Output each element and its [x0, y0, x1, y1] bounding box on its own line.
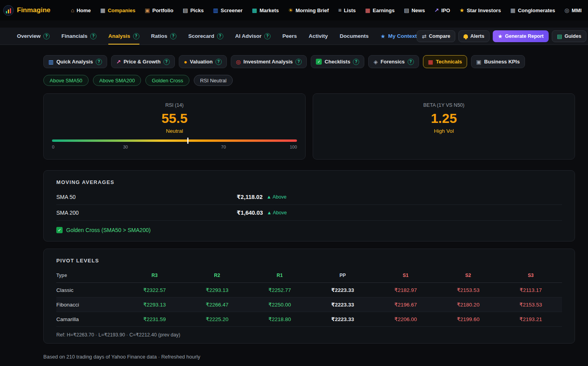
- tab-label: Scorecard: [188, 33, 214, 39]
- nav-item-label: News: [412, 7, 425, 13]
- pivot-header-s2: S2: [437, 268, 499, 283]
- analysis-tab-label: Business KPIs: [484, 59, 519, 65]
- pivot-value: ₹2293.13: [186, 283, 249, 297]
- help-icon[interactable]: ?: [264, 33, 271, 39]
- pivot-value: ₹2223.33: [311, 283, 375, 297]
- nav-item-conglomerates[interactable]: ▦Conglomerates: [510, 7, 555, 13]
- section-tabs: Overview?Financials?Analysis?Ratios?Scor…: [17, 28, 417, 45]
- nav-item-home[interactable]: ⌂Home: [71, 7, 91, 13]
- button-label: Guides: [564, 33, 581, 39]
- compare-button[interactable]: ⇄Compare: [417, 30, 455, 42]
- help-icon[interactable]: ?: [353, 59, 359, 65]
- analysis-tab-quick-analysis[interactable]: ▥Quick Analysis?: [43, 55, 107, 68]
- tab-scorecard[interactable]: Scorecard?: [188, 28, 223, 45]
- tab-label: Analysis: [108, 33, 130, 39]
- nav-item-screener[interactable]: ▥Screener: [213, 7, 243, 13]
- nav-item-markets[interactable]: ▩Markets: [252, 7, 279, 13]
- help-icon[interactable]: ?: [170, 33, 176, 39]
- pivot-value: ₹2182.97: [374, 283, 437, 297]
- help-icon[interactable]: ?: [295, 59, 302, 65]
- help-icon[interactable]: ?: [43, 33, 50, 39]
- tab-my-context[interactable]: ★My Context: [380, 28, 417, 45]
- nav-item-mmi[interactable]: ◎MMI: [564, 7, 582, 13]
- tab-documents[interactable]: Documents: [340, 28, 369, 45]
- moving-averages-card: MOVING AVERAGES SMA 50₹2,118.02▲ AboveSM…: [43, 170, 575, 242]
- nav-item-ipo[interactable]: ↗IPO: [434, 7, 450, 13]
- books-icon: ▤: [557, 33, 562, 39]
- signal-badge-above-sma50: Above SMA50: [43, 75, 89, 86]
- rsi-status: Neutral: [166, 128, 183, 134]
- pivot-header-pp: PP: [311, 268, 375, 283]
- tab-label: Peers: [282, 33, 297, 39]
- analysis-tab-investment-analysis[interactable]: ◎Investment Analysis?: [231, 55, 307, 68]
- quick-analysis-chart-icon: ▥: [48, 59, 54, 65]
- nav-item-label: Home: [76, 7, 91, 13]
- signal-badge-above-sma200: Above SMA200: [93, 75, 141, 86]
- ma-signal: ▲ Above: [267, 210, 287, 216]
- tab-peers[interactable]: Peers: [282, 28, 297, 45]
- brand[interactable]: Finmagine: [3, 5, 53, 16]
- pivot-header-r1: R1: [249, 268, 311, 283]
- nav-item-star-investors[interactable]: ★Star Investors: [460, 7, 501, 13]
- nav-item-morning-brief[interactable]: ☀Morning Brief: [288, 7, 329, 13]
- ma-value-cell: ₹1,640.03▲ Above: [237, 210, 562, 216]
- pivot-value: ₹2113.17: [499, 283, 562, 297]
- candlestick-chart-icon: ▦: [428, 59, 433, 65]
- help-icon[interactable]: ?: [133, 33, 139, 39]
- analysis-tab-label: Forensics: [380, 59, 404, 65]
- nav-item-news[interactable]: ▤News: [404, 7, 425, 13]
- help-icon[interactable]: ?: [163, 59, 170, 65]
- nav-item-portfolio[interactable]: ▣Portfolio: [145, 7, 174, 13]
- pivot-type: Classic: [56, 283, 123, 297]
- analysis-tab-valuation[interactable]: ●Valuation?: [179, 55, 227, 68]
- target-icon: ◎: [236, 59, 241, 65]
- newspaper-icon: ▤: [404, 7, 409, 13]
- nav-item-earnings[interactable]: ▦Earnings: [365, 7, 395, 13]
- tab-activity[interactable]: Activity: [309, 28, 328, 45]
- nav-item-lists[interactable]: ≡Lists: [338, 7, 356, 13]
- help-icon[interactable]: ?: [217, 33, 223, 39]
- pivot-header-r2: R2: [186, 268, 249, 283]
- rsi-title: RSI (14): [165, 102, 184, 108]
- analysis-tab-label: Price & Growth: [124, 59, 161, 65]
- analysis-tab-price-growth[interactable]: ↗Price & Growth?: [111, 55, 175, 68]
- tab-label: Overview: [17, 33, 41, 39]
- pivot-value: ₹2199.60: [437, 312, 499, 327]
- pivot-value: ₹2223.33: [311, 312, 375, 327]
- nav-item-companies[interactable]: ▦Companies: [100, 7, 135, 13]
- pivot-value: ₹2250.00: [249, 297, 311, 312]
- star-icon: ★: [460, 7, 465, 13]
- tab-overview[interactable]: Overview?: [17, 28, 50, 45]
- pivot-row-classic: Classic₹2322.57₹2293.13₹2252.77₹2223.33₹…: [56, 283, 562, 297]
- pivot-header-row: TypeR3R2R1PPS1S2S3: [56, 268, 562, 283]
- tab-ai-advisor[interactable]: AI Advisor?: [235, 28, 271, 45]
- tab-ratios[interactable]: Ratios?: [151, 28, 176, 45]
- tab-label: Documents: [340, 33, 369, 39]
- tab-financials[interactable]: Financials?: [61, 28, 96, 45]
- analysis-tab-label: Checklists: [325, 59, 350, 65]
- tab-analysis[interactable]: Analysis?: [108, 28, 139, 45]
- price-growth-chart-icon: ↗: [116, 59, 121, 65]
- alerts-button[interactable]: Alerts: [458, 30, 489, 42]
- nav-item-label: Screener: [221, 7, 243, 13]
- golden-cross-text: Golden Cross (SMA50 > SMA200): [66, 227, 150, 233]
- analysis-tab-forensics[interactable]: ◈Forensics?: [368, 55, 419, 68]
- forensics-scale-icon: ◈: [373, 59, 378, 65]
- beta-card: BETA (1Y VS N50) 1.25 High Vol: [313, 93, 575, 160]
- help-icon[interactable]: ?: [215, 59, 222, 65]
- pivot-row-fibonacci: Fibonacci₹2293.13₹2266.47₹2250.00₹2223.3…: [56, 297, 562, 312]
- ma-signal: ▲ Above: [267, 194, 287, 200]
- compare-scale-icon: ⇄: [422, 33, 427, 39]
- analysis-tab-technicals[interactable]: ▦Technicals: [423, 55, 467, 68]
- help-icon[interactable]: ?: [90, 33, 96, 39]
- analysis-tab-business-kpis[interactable]: ▣Business KPIs: [471, 55, 525, 68]
- pivot-value: ₹2218.80: [249, 312, 311, 327]
- nav-item-picks[interactable]: ▤Picks: [183, 7, 204, 13]
- brand-name: Finmagine: [17, 6, 50, 14]
- generate-report-button[interactable]: ★Generate Report: [493, 30, 549, 42]
- guides-button[interactable]: ▤Guides: [552, 30, 586, 42]
- help-icon[interactable]: ?: [96, 59, 102, 65]
- help-icon[interactable]: ?: [408, 59, 414, 65]
- nav-item-label: Companies: [108, 7, 135, 13]
- analysis-tab-checklists[interactable]: ✓Checklists?: [311, 55, 364, 68]
